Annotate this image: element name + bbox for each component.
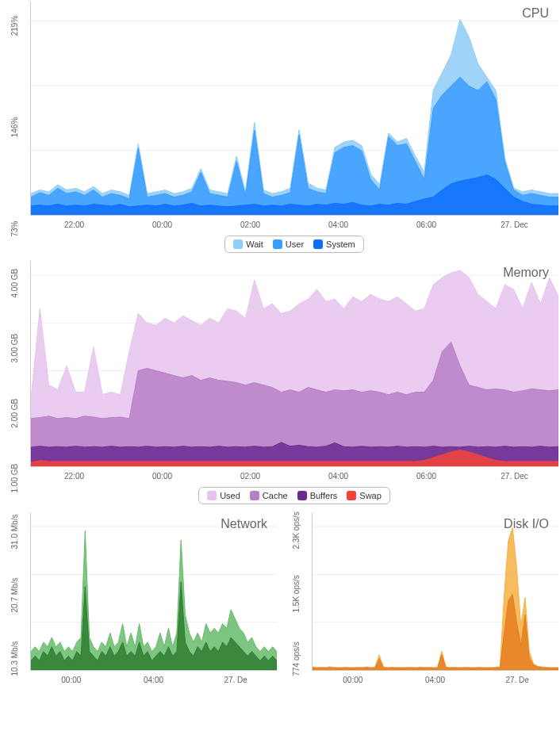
x-tick: 02:00 [206,220,294,229]
legend-item-swap[interactable]: Swap [347,491,382,500]
swatch-icon [273,239,282,249]
network-y-axis: 31.0 Mb/s 20.7 Mb/s 10.3 Mb/s [2,512,30,687]
legend-label: Cache [263,491,288,500]
bottom-row: Network 31.0 Mb/s 20.7 Mb/s 10.3 Mb/s 00… [2,512,558,687]
x-tick: 00:00 [118,472,206,481]
x-tick: 00:00 [312,676,394,684]
legend-item-wait[interactable]: Wait [233,239,263,249]
x-tick: 06:00 [382,220,470,229]
x-tick: 00:00 [118,220,206,229]
memory-plot-area[interactable] [30,261,558,467]
y-tick: 774 ops/s [292,651,301,676]
x-tick: 06:00 [382,472,470,481]
memory-y-axis: 4.00 GB 3.00 GB 2.00 GB 1.00 GB [2,261,30,504]
legend-label: Swap [359,491,382,500]
swatch-icon [347,491,356,500]
network-plot-area[interactable] [30,512,277,671]
memory-chart-panel: Memory 4.00 GB 3.00 GB 2.00 GB 1.00 GB 2… [2,261,558,504]
y-tick: 31.0 Mb/s [10,524,19,550]
x-tick: 22:00 [30,472,118,481]
legend-item-cache[interactable]: Cache [250,491,288,500]
network-chart-panel: Network 31.0 Mb/s 20.7 Mb/s 10.3 Mb/s 00… [2,512,277,687]
x-tick: 02:00 [206,472,294,481]
memory-chart-title: Memory [503,266,549,280]
legend-label: System [326,239,355,249]
x-tick: 27. Dec [470,220,558,229]
legend-item-used[interactable]: Used [207,491,240,500]
x-tick: 04:00 [294,472,382,481]
cpu-chart-panel: CPU 219% 146% 73% 22:00 00:00 02:00 04:0… [2,2,558,253]
disk-plot-area[interactable] [312,512,558,671]
x-tick: 04:00 [294,220,382,229]
y-tick: 2.3K ops/s [292,524,301,550]
y-tick: 20.7 Mb/s [10,588,19,613]
y-tick: 1.5K ops/s [292,588,301,613]
cpu-chart-title: CPU [522,6,549,21]
disk-chart-panel: Disk I/O 2.3K ops/s 1.5K ops/s 774 ops/s… [283,512,558,687]
legend-label: Wait [246,239,263,249]
x-tick: 22:00 [30,220,118,229]
y-tick: 1.00 GB [10,468,19,493]
legend-label: Buffers [310,491,338,500]
cpu-legend: Wait User System [224,236,364,253]
disk-x-axis: 00:00 04:00 27. De [312,671,558,687]
cpu-y-axis: 219% 146% 73% [2,2,30,253]
y-tick: 3.00 GB [10,338,19,363]
x-tick: 27. Dec [470,472,558,481]
dashboard: CPU 219% 146% 73% 22:00 00:00 02:00 04:0… [0,0,560,689]
network-chart-title: Network [221,517,267,531]
swatch-icon [297,491,307,500]
swatch-icon [207,491,217,500]
y-tick: 146% [10,115,19,140]
y-tick: 4.00 GB [10,273,19,298]
y-tick: 2.00 GB [10,403,19,428]
disk-y-axis: 2.3K ops/s 1.5K ops/s 774 ops/s [283,512,312,687]
swatch-icon [233,239,243,249]
legend-label: User [286,239,304,249]
x-tick: 04:00 [113,676,195,684]
cpu-plot-area[interactable] [30,2,558,216]
y-tick: 219% [10,13,19,39]
memory-legend: Used Cache Buffers Swap [198,487,390,504]
memory-x-axis: 22:00 00:00 02:00 04:00 06:00 27. Dec [30,467,558,484]
legend-label: Used [220,491,240,500]
y-tick: 10.3 Mb/s [10,651,19,676]
legend-item-user[interactable]: User [273,239,304,249]
cpu-x-axis: 22:00 00:00 02:00 04:00 06:00 27. Dec [30,216,558,232]
x-tick: 04:00 [394,676,477,684]
x-tick: 27. De [476,676,558,684]
legend-item-system[interactable]: System [313,239,355,249]
disk-chart-title: Disk I/O [504,517,549,531]
swatch-icon [313,239,323,249]
x-tick: 27. De [194,676,277,684]
y-tick: 73% [10,216,19,242]
network-x-axis: 00:00 04:00 27. De [30,671,277,687]
x-tick: 00:00 [30,676,113,684]
legend-item-buffers[interactable]: Buffers [297,491,338,500]
swatch-icon [250,491,259,500]
